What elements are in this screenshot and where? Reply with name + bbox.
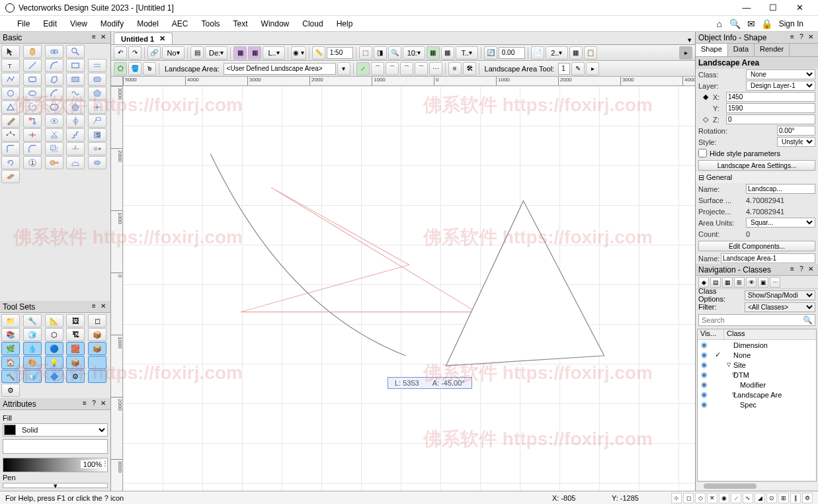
link-button[interactable]: 🔗 — [147, 46, 161, 60]
snap-5[interactable]: ◉ — [719, 493, 729, 503]
close-button[interactable]: ✕ — [786, 3, 813, 13]
text-tool[interactable]: T — [1, 59, 20, 72]
redo-button[interactable]: ↷ — [128, 46, 142, 60]
toolset-7[interactable]: 🧊 — [23, 328, 42, 341]
toolset-21[interactable]: 🔨 — [1, 370, 20, 383]
symbol-insertion-tool[interactable]: S — [88, 128, 106, 142]
search-icon[interactable]: 🔍 — [727, 19, 743, 29]
rounded-rect-fill-tool[interactable] — [88, 73, 106, 86]
snap-4[interactable]: ✕ — [707, 493, 717, 503]
menu-aec[interactable]: AEC — [165, 19, 195, 28]
opacity-slider[interactable]: 100% ⋮ — [3, 458, 108, 472]
edit-components-button[interactable]: Edit Components... — [698, 241, 815, 251]
palette-close-icon[interactable]: ✕ — [99, 33, 108, 42]
style-select[interactable]: Unstyled — [777, 137, 815, 147]
tab-render[interactable]: Render — [755, 44, 790, 56]
toolset-gear[interactable]: ⚙ — [1, 384, 20, 397]
vertex-6-btn[interactable]: ⋯ — [429, 62, 442, 75]
shape-tool[interactable] — [88, 156, 106, 169]
move-by-points-tool[interactable] — [88, 142, 106, 155]
view-1-btn[interactable]: ⬚ — [359, 46, 372, 60]
rotate-input[interactable] — [499, 47, 525, 59]
rotate-view-btn[interactable]: 🔄 — [484, 46, 497, 60]
toolset-5[interactable]: ◻ — [88, 314, 106, 327]
eyedropper-tool[interactable] — [1, 114, 20, 128]
pentagon-tool[interactable] — [66, 101, 85, 114]
class-row[interactable]: ◉ ▽ Site — [698, 360, 816, 370]
area-units-select[interactable]: Squar... — [746, 218, 815, 228]
ruler-horizontal[interactable]: 5000 4000 3000 2000 1000 0 1000 2000 300… — [123, 77, 695, 86]
zoom-btn[interactable]: 🔍 — [388, 46, 401, 60]
z-input[interactable] — [726, 114, 815, 124]
class-options-select[interactable]: Show/Snap/Modi — [745, 290, 815, 300]
toolset-6[interactable]: 📚 — [1, 328, 20, 341]
nav-icon-3[interactable]: ▦ — [722, 277, 733, 288]
active-check-icon[interactable]: ✓ — [711, 351, 724, 359]
toolset-20[interactable] — [88, 356, 106, 369]
visibility-tool[interactable] — [45, 114, 63, 128]
layers-button[interactable]: ▤ — [190, 46, 204, 60]
menu-cloud[interactable]: Cloud — [296, 19, 329, 28]
nav-icon-2[interactable]: ▤ — [710, 277, 721, 288]
tree-toggle-icon[interactable]: ▽ — [724, 362, 733, 368]
la-dropdown[interactable]: ▾ — [337, 62, 350, 75]
reshape-tool[interactable] — [1, 128, 20, 142]
snap-settings[interactable]: ⚙ — [802, 493, 813, 503]
z-icon[interactable]: ◇ — [698, 115, 713, 124]
de-select[interactable]: De: ▾ — [205, 46, 227, 60]
oi-close-icon[interactable]: ✕ — [806, 33, 815, 42]
flyover-tool[interactable] — [45, 45, 63, 58]
split-tool[interactable] — [23, 128, 42, 142]
name-input[interactable] — [746, 184, 815, 194]
fill-preview[interactable] — [3, 439, 108, 454]
document-tab[interactable]: Untitled 1 ✕ — [114, 32, 173, 44]
vertex-2-btn[interactable]: ⌒ — [371, 62, 384, 75]
polyline-tool[interactable] — [1, 73, 20, 86]
sheet-btn[interactable]: 📄 — [531, 46, 544, 60]
nav-icon-5[interactable]: 👁 — [746, 277, 757, 288]
tab-shape[interactable]: Shape — [696, 44, 728, 56]
callout-tool[interactable] — [88, 114, 106, 128]
menu-tools[interactable]: Tools — [195, 19, 227, 28]
number-stamp-tool[interactable]: 1 — [23, 156, 42, 169]
x-input[interactable] — [726, 92, 815, 102]
mode-prefs-btn[interactable]: 🛠 — [463, 62, 476, 75]
toolset-16[interactable]: 🏠 — [1, 356, 20, 369]
menu-file[interactable]: File — [11, 19, 36, 28]
target-button[interactable]: ◉ ▾ — [291, 46, 306, 60]
toolsets-menu-icon[interactable]: ≡ — [89, 302, 99, 312]
la-tool-input[interactable] — [558, 63, 570, 75]
mode-pick-btn[interactable]: 🖱 — [143, 62, 156, 75]
tree-toggle-icon[interactable]: ▽ — [724, 392, 733, 398]
rotation-input[interactable] — [777, 126, 815, 136]
pan-tool[interactable] — [23, 45, 42, 58]
tape-measure-tool[interactable] — [45, 156, 63, 169]
offset-tool[interactable] — [45, 142, 63, 155]
chamfer-tool[interactable] — [23, 142, 42, 155]
zoom-tool[interactable] — [66, 45, 85, 58]
class-row[interactable]: ◉ ▽ DTM — [698, 370, 816, 380]
nav-icon-1[interactable]: ◆ — [698, 277, 709, 288]
freehand-tool[interactable] — [66, 87, 85, 100]
class-row[interactable]: ◉ ✓ None — [698, 350, 816, 360]
t-select[interactable]: T.. ▾ — [456, 46, 478, 60]
toolset-24[interactable]: ⚙ — [66, 370, 85, 383]
arc-tool[interactable] — [45, 59, 63, 72]
snap-7[interactable]: ∿ — [743, 493, 753, 503]
class-search-input[interactable] — [698, 314, 815, 326]
toolset-3[interactable]: 📐 — [45, 314, 63, 327]
nav-close-icon[interactable]: ✕ — [806, 265, 815, 274]
rotate-tool[interactable] — [1, 156, 20, 169]
toolset-4[interactable]: 🖼 — [66, 314, 85, 327]
toolset-19[interactable]: 📦 — [66, 356, 85, 369]
visibility-eye-icon[interactable]: ◉ — [698, 370, 711, 379]
snap-2[interactable]: ◻ — [683, 493, 694, 503]
menu-modify[interactable]: Modify — [94, 19, 130, 28]
landscape-area-input[interactable] — [224, 63, 336, 75]
attributes-close-icon[interactable]: ✕ — [99, 399, 108, 409]
toolsets-close-icon[interactable]: ✕ — [99, 302, 108, 312]
bottom-name-input[interactable] — [721, 253, 815, 263]
minimize-button[interactable]: — — [733, 3, 760, 13]
lock-icon[interactable]: 🔒 — [759, 19, 775, 29]
oi-menu-icon[interactable]: ≡ — [788, 33, 797, 42]
